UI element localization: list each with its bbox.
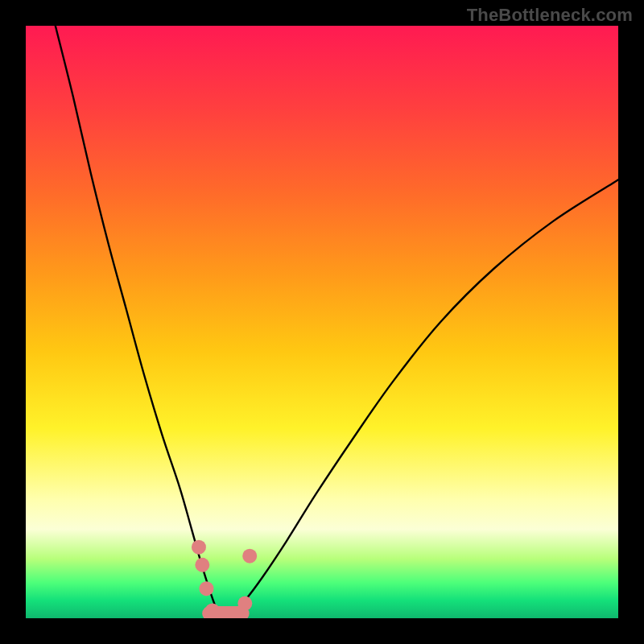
sweet-spot-dot	[192, 540, 206, 555]
sweet-spot-dot	[242, 549, 257, 564]
watermark-text: TheBottleneck.com	[467, 5, 633, 26]
plot-svg	[26, 26, 618, 618]
sweet-spot-dot	[199, 581, 213, 596]
chart-container: TheBottleneck.com	[0, 0, 644, 644]
curve-left-branch	[56, 26, 221, 618]
plot-area	[26, 26, 618, 618]
sweet-spot-dot	[195, 558, 209, 572]
curve-right-branch	[221, 180, 618, 618]
